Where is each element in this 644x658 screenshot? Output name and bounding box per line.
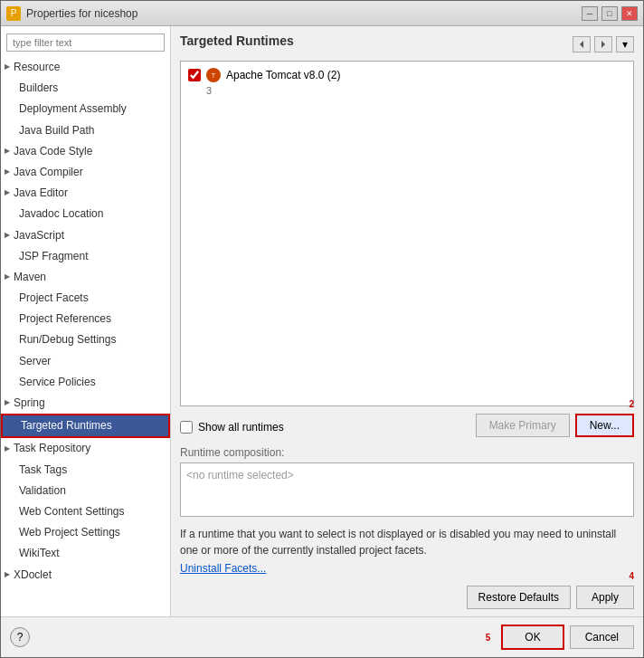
footer: ? 5 OK Cancel [1, 616, 643, 657]
marker-5: 5 [486, 633, 491, 643]
sidebar-item-label: Task Tags [19, 462, 67, 479]
sidebar-item-label: Deployment Assembly [19, 100, 127, 118]
properties-window: P Properties for niceshop ─ □ ✕ ▶ Resour… [0, 0, 644, 658]
arrow-icon: ▶ [5, 167, 10, 178]
composition-placeholder: <no runtime selected> [186, 469, 294, 482]
sidebar-item-server[interactable]: Server [1, 351, 170, 372]
window-icon: P [6, 6, 21, 21]
sidebar-item-xdoclet[interactable]: ▶ XDoclet [1, 565, 170, 586]
sidebar-item-java-editor[interactable]: ▶ Java Editor [1, 183, 170, 204]
sidebar-item-label: Builders [19, 80, 58, 97]
arrow-icon: ▶ [5, 569, 10, 581]
sidebar-item-label: Spring [14, 395, 45, 412]
arrow-icon: ▶ [5, 397, 10, 409]
sidebar-item-label: Java Editor [14, 185, 68, 202]
info-text: If a runtime that you want to select is … [180, 526, 634, 558]
minimize-button[interactable]: ─ [582, 6, 598, 21]
sidebar-item-label: Run/Debug Settings [19, 331, 116, 348]
new-button[interactable]: New... [575, 414, 634, 437]
sidebar-item-label: Validation [19, 482, 66, 500]
sidebar-item-java-build-path[interactable]: Java Build Path [1, 120, 170, 141]
svg-marker-0 [580, 41, 583, 48]
runtime-checkbox-tomcat[interactable] [188, 69, 201, 81]
show-all-checkbox[interactable] [180, 421, 193, 434]
panel-title: Targeted Runtimes [180, 33, 294, 48]
sidebar-item-label: Project References [19, 310, 111, 328]
tomcat-icon: T [206, 68, 221, 82]
titlebar: P Properties for niceshop ─ □ ✕ [1, 1, 643, 26]
sidebar-item-web-project-settings[interactable]: Web Project Settings [1, 522, 170, 543]
runtimes-list: T Apache Tomcat v8.0 (2) 3 [180, 61, 634, 406]
ok-button[interactable]: OK [501, 625, 564, 650]
sidebar-item-label: Web Content Settings [19, 503, 125, 520]
sidebar-item-label: Resource [14, 59, 60, 76]
runtime-item-tomcat[interactable]: T Apache Tomcat v8.0 (2) [185, 65, 630, 85]
arrow-icon: ▶ [5, 230, 10, 242]
sidebar-item-label: Server [19, 353, 51, 370]
cancel-button[interactable]: Cancel [570, 625, 634, 649]
make-primary-button[interactable]: Make Primary [476, 414, 570, 437]
arrow-icon: ▶ [5, 443, 10, 455]
runtime-num: 3 [185, 85, 630, 96]
sidebar-item-jsp-fragment[interactable]: JSP Fragment [1, 246, 170, 267]
help-button[interactable]: ? [10, 627, 30, 647]
sidebar-item-javascript[interactable]: ▶ JavaScript [1, 225, 170, 246]
sidebar-item-javadoc-location[interactable]: Javadoc Location [1, 204, 170, 224]
titlebar-left: P Properties for niceshop [6, 6, 137, 21]
composition-label: Runtime composition: [180, 446, 634, 459]
show-all-row: Show all runtimes [180, 421, 284, 434]
sidebar-item-label: JavaScript [14, 227, 64, 244]
titlebar-controls: ─ □ ✕ [582, 6, 638, 21]
sidebar-item-task-repository[interactable]: ▶ Task Repository [1, 438, 170, 459]
apply-button[interactable]: Apply [576, 586, 634, 609]
sidebar-item-resource[interactable]: ▶ Resource [1, 57, 170, 78]
maximize-button[interactable]: □ [601, 6, 618, 21]
sidebar-item-label: Targeted Runtimes [21, 417, 112, 434]
right-panel: Targeted Runtimes ▾ [171, 26, 643, 616]
sidebar-item-label: Task Repository [14, 440, 90, 457]
sidebar-item-maven[interactable]: ▶ Maven [1, 267, 170, 288]
uninstall-facets-link[interactable]: Uninstall Facets... [180, 562, 266, 575]
sidebar-item-label: Java Build Path [19, 122, 94, 139]
sidebar-item-java-code-style[interactable]: ▶ Java Code Style [1, 141, 170, 162]
sidebar-item-builders[interactable]: Builders [1, 78, 170, 99]
show-all-label: Show all runtimes [198, 421, 284, 434]
sidebar-item-validation[interactable]: Validation [1, 481, 170, 501]
sidebar-item-project-references[interactable]: Project References [1, 309, 170, 329]
sidebar-item-label: Service Policies [19, 374, 96, 391]
sidebar-item-label: JSP Fragment [19, 248, 88, 265]
sidebar-item-deployment-assembly[interactable]: Deployment Assembly [1, 99, 170, 119]
sidebar-item-label: Java Compiler [14, 164, 83, 181]
sidebar-item-targeted-runtimes[interactable]: Targeted Runtimes 1 [1, 414, 170, 438]
svg-text:T: T [212, 72, 216, 79]
sidebar-item-web-content-settings[interactable]: Web Content Settings [1, 501, 170, 522]
sidebar-item-project-facets[interactable]: Project Facets [1, 288, 170, 309]
sidebar: ▶ Resource Builders Deployment Assembly … [1, 26, 171, 616]
composition-box: <no runtime selected> [180, 463, 634, 517]
filter-input[interactable] [6, 33, 165, 52]
sidebar-item-java-compiler[interactable]: ▶ Java Compiler [1, 162, 170, 183]
arrow-icon: ▶ [5, 146, 10, 157]
arrow-icon: ▶ [5, 272, 10, 283]
main-content: ▶ Resource Builders Deployment Assembly … [1, 26, 643, 616]
close-button[interactable]: ✕ [621, 6, 638, 21]
expand-button[interactable]: ▾ [616, 36, 634, 52]
svg-marker-1 [601, 41, 605, 48]
back-button[interactable] [573, 36, 591, 52]
window-title: Properties for niceshop [26, 7, 137, 20]
sidebar-item-label: Maven [14, 269, 46, 286]
sidebar-item-label: WikiText [19, 545, 60, 562]
sidebar-item-spring[interactable]: ▶ Spring [1, 393, 170, 414]
runtime-composition-section: Runtime composition: <no runtime selecte… [180, 446, 634, 517]
sidebar-item-task-tags[interactable]: Task Tags [1, 460, 170, 481]
sidebar-item-service-policies[interactable]: Service Policies [1, 372, 170, 393]
forward-button[interactable] [594, 36, 612, 52]
marker-2: 2 [629, 399, 634, 409]
marker-4: 4 [629, 571, 634, 581]
sidebar-item-label: XDoclet [14, 567, 52, 584]
sidebar-item-run-debug-settings[interactable]: Run/Debug Settings [1, 329, 170, 350]
sidebar-item-label: Javadoc Location [19, 205, 103, 223]
sidebar-item-label: Web Project Settings [19, 524, 120, 541]
sidebar-item-wikitext[interactable]: WikiText [1, 543, 170, 564]
restore-defaults-button[interactable]: Restore Defaults [467, 586, 571, 609]
